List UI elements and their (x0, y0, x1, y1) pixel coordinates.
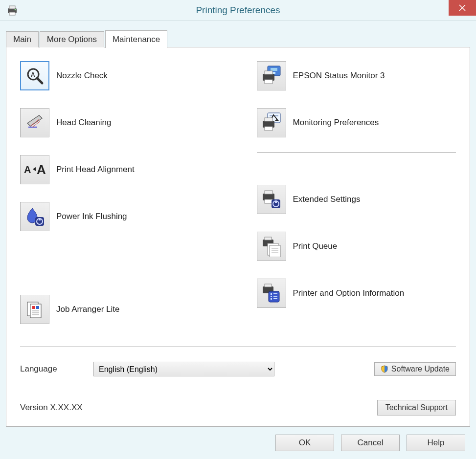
svg-rect-35 (265, 127, 272, 131)
job-arranger-button[interactable]: Job Arranger Lite (20, 295, 228, 324)
monitoring-prefs-button[interactable]: Monitoring Preferences (257, 108, 456, 137)
power-ink-flushing-button[interactable]: Power Ink Flushing (20, 202, 228, 231)
language-row: Language English (English) Software Upda… (20, 362, 456, 376)
svg-text:A: A (37, 162, 46, 177)
nozzle-check-button[interactable]: A Nozzle Check (20, 61, 228, 90)
svg-rect-38 (265, 199, 272, 203)
tab-strip: Main More Options Maintenance (6, 30, 470, 47)
close-icon (459, 4, 466, 11)
svg-rect-2 (9, 12, 15, 15)
client-area: Main More Options Maintenance A Nozzle C… (0, 21, 476, 459)
printer-icon (6, 4, 19, 17)
printer-info-button[interactable]: Printer and Option Information (257, 279, 456, 308)
monitoring-prefs-icon (257, 108, 286, 137)
svg-rect-26 (272, 72, 275, 74)
tab-maintenance[interactable]: Maintenance (105, 30, 167, 48)
extended-settings-button[interactable]: Extended Settings (257, 185, 456, 214)
job-arranger-label: Job Arranger Lite (56, 305, 119, 314)
head-alignment-button[interactable]: A A Print Head Alignment (20, 155, 228, 184)
svg-point-3 (15, 9, 16, 11)
status-monitor-button[interactable]: EPSON Status Monitor 3 (257, 61, 456, 90)
software-update-button[interactable]: Software Update (374, 362, 456, 376)
maintenance-left-column: A Nozzle Check Head Cleaning (20, 61, 238, 336)
print-queue-label: Print Queue (293, 241, 338, 251)
status-monitor-icon (257, 61, 286, 90)
head-cleaning-button[interactable]: Head Cleaning (20, 108, 228, 137)
shield-icon (381, 365, 388, 373)
head-alignment-label: Print Head Alignment (56, 165, 135, 175)
dialog-button-bar: OK Cancel Help (6, 427, 470, 458)
status-monitor-label: EPSON Status Monitor 3 (293, 71, 385, 81)
window-title: Printing Preferences (0, 5, 476, 16)
monitoring-prefs-label: Monitoring Preferences (293, 118, 379, 128)
tab-page-maintenance: A Nozzle Check Head Cleaning (6, 47, 470, 427)
svg-rect-41 (275, 201, 277, 203)
svg-rect-19 (32, 306, 35, 309)
head-cleaning-icon (20, 108, 49, 137)
ok-button[interactable]: OK (275, 435, 334, 451)
svg-rect-20 (36, 306, 39, 309)
svg-rect-52 (271, 293, 272, 295)
svg-line-7 (37, 78, 42, 83)
language-label: Language (20, 364, 93, 374)
svg-rect-43 (265, 237, 272, 240)
svg-marker-12 (33, 167, 36, 171)
svg-text:A: A (24, 164, 31, 175)
svg-rect-45 (270, 245, 280, 257)
nozzle-check-icon: A (20, 61, 49, 90)
job-arranger-icon (20, 295, 49, 324)
footer-divider (20, 347, 456, 347)
svg-rect-50 (265, 284, 272, 287)
print-queue-icon (257, 232, 286, 261)
svg-rect-29 (265, 80, 272, 84)
close-button[interactable] (449, 0, 476, 16)
svg-rect-16 (39, 219, 41, 220)
help-button[interactable]: Help (407, 435, 465, 451)
power-ink-flushing-label: Power Ink Flushing (56, 212, 127, 221)
printer-info-icon (257, 279, 286, 308)
svg-rect-25 (271, 68, 277, 71)
svg-rect-34 (265, 118, 272, 121)
svg-rect-1 (9, 6, 15, 9)
head-alignment-icon: A A (20, 155, 49, 184)
svg-text:A: A (31, 71, 35, 78)
svg-rect-53 (271, 296, 272, 297)
version-label: Version X.XX.XX (20, 403, 83, 413)
language-select[interactable]: English (English) (93, 362, 274, 376)
tab-more-options[interactable]: More Options (40, 31, 104, 47)
print-queue-button[interactable]: Print Queue (257, 232, 456, 261)
svg-rect-54 (271, 298, 272, 300)
maintenance-right-column: EPSON Status Monitor 3 (238, 61, 456, 336)
nozzle-check-label: Nozzle Check (56, 71, 108, 81)
right-column-divider (257, 152, 456, 153)
version-row: Version X.XX.XX Technical Support (20, 400, 456, 415)
printer-info-label: Printer and Option Information (293, 288, 405, 298)
svg-rect-28 (265, 71, 272, 74)
technical-support-button[interactable]: Technical Support (377, 400, 456, 415)
cancel-button[interactable]: Cancel (341, 435, 400, 451)
head-cleaning-label: Head Cleaning (56, 118, 111, 128)
extended-settings-icon (257, 185, 286, 214)
titlebar: Printing Preferences (0, 0, 476, 21)
tab-main[interactable]: Main (6, 31, 39, 47)
svg-marker-9 (27, 115, 42, 126)
svg-rect-37 (265, 191, 272, 194)
power-ink-flushing-icon (20, 202, 49, 231)
software-update-label: Software Update (391, 365, 450, 373)
extended-settings-label: Extended Settings (293, 195, 361, 204)
